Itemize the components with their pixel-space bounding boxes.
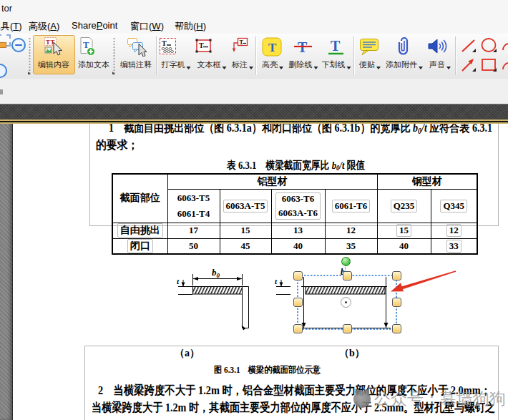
col-header: 6061-T6 [325, 189, 377, 223]
edit-content-label: 编辑内容 [38, 59, 69, 70]
highlight-icon: T [262, 37, 282, 57]
selection-handle-s[interactable] [343, 324, 352, 333]
table-group-steel: 钢型材 [377, 174, 477, 189]
selection-handle-se[interactable] [392, 324, 401, 333]
partial-circle-button[interactable] [0, 64, 7, 78]
table-cell: 35 [325, 238, 377, 254]
row-label: 闭口 [112, 238, 167, 254]
rotate-handle[interactable] [341, 257, 351, 266]
col-header: Q235 [377, 189, 431, 223]
svg-text:T: T [331, 38, 341, 54]
limits-table: 截面部位 铝型材 钢型材 6063-T56061-T4 6063A-T5 606… [112, 173, 478, 255]
table-title: 表 6.3.1 横梁截面宽厚比 b0/t 限值 [227, 159, 365, 172]
sound-label[interactable]: 声音 [429, 59, 451, 70]
underline-label[interactable]: 下划线 [322, 59, 351, 70]
table-cell: 50 [167, 238, 220, 254]
window-titlebar: tor [0, 0, 508, 16]
table-corner-cell: 截面部位 [112, 174, 167, 223]
sticky-note-label[interactable]: 便贴 [359, 59, 381, 70]
figure-label-a: （a） [175, 347, 200, 360]
table-cell: 40 [377, 238, 431, 254]
selection-handle-n[interactable] [343, 271, 352, 280]
figure-caption: 图 6.3.1 横梁的截面部位示意 [214, 364, 321, 376]
table-cell: 45 [220, 238, 271, 254]
row-label: 自由挑出 [112, 223, 167, 238]
selection-handle-e[interactable] [392, 298, 401, 307]
col-header: 6063A-T5 [220, 189, 271, 223]
figure-label-b: （b） [339, 347, 365, 360]
table-cell: 33 [431, 238, 477, 254]
table-cell: 15 [220, 223, 271, 238]
partial-tool-icons [502, 37, 508, 74]
attachment-icon [396, 36, 413, 57]
selection-handle-w[interactable] [293, 298, 303, 307]
edit-annotation-label: 编辑注释 [120, 59, 152, 70]
menu-sharepoint[interactable]: SharePoint [69, 19, 120, 32]
table-cell: 15 [377, 223, 431, 238]
ellipse-tool-icon[interactable] [480, 37, 499, 54]
add-text-label: 添加文本 [78, 59, 109, 70]
selection-handle-nw[interactable] [293, 271, 303, 280]
selection-center-marker [341, 297, 351, 308]
menu-window[interactable]: 窗口(W) [127, 19, 167, 34]
table-cell: 40 [271, 238, 325, 254]
highlight-label[interactable]: 高亮 [262, 59, 283, 70]
strikethrough-label[interactable]: 删除线 [289, 59, 318, 70]
edit-content-icon: T T [44, 36, 63, 57]
table-cell: 12 [431, 223, 477, 238]
svg-text:T: T [162, 39, 167, 47]
watermark: 公众号：幕墙狗狗 [353, 388, 506, 410]
gold-divider [0, 119, 508, 124]
strikethrough-icon: T [293, 37, 313, 57]
col-header: 6063-T66063A-T6 [271, 189, 325, 223]
menu-help[interactable]: 帮助(H) [172, 19, 209, 34]
partial-icon-2 [0, 42, 6, 48]
svg-text:T: T [46, 39, 50, 46]
toolbar-substrip [0, 79, 508, 104]
arrow-tool-icon[interactable] [459, 57, 478, 74]
svg-text:T: T [240, 39, 244, 46]
table-cell: 12 [325, 223, 377, 238]
edit-annotation-icon [127, 36, 147, 57]
window-title: tor [1, 3, 12, 14]
svg-text:T: T [268, 41, 277, 54]
table-group-aluminum: 铝型材 [167, 174, 377, 189]
svg-text:T: T [199, 41, 204, 49]
sticky-note-icon [359, 37, 379, 57]
textbox-icon: T [195, 37, 213, 55]
typewriter-label[interactable]: 打字机 [162, 59, 191, 70]
textbox-label[interactable]: 文本框 [197, 59, 227, 70]
pdf-editor-window: 1 截面自由挑出部位（图 6.3.1a）和闭口部位（图 6.3.1b）的宽厚比 … [0, 0, 508, 420]
watermark-logo-icon [353, 391, 371, 408]
svg-text:b0: b0 [212, 267, 220, 279]
document-pane-top-band [0, 104, 508, 121]
menubar: 工具(T) 高级(A) SharePoint 窗口(W) 帮助(H) [0, 16, 508, 34]
table-cell: 17 [167, 223, 220, 238]
para1-line2: 的要求； [96, 137, 138, 153]
table-cell: 13 [271, 223, 325, 238]
svg-text:t: t [275, 277, 278, 285]
underline-icon: T [326, 37, 346, 57]
col-header: 6063-T56061-T4 [167, 189, 220, 223]
typewriter-icon: T [159, 37, 177, 55]
attachment-label[interactable]: 添加附件 [386, 59, 423, 70]
add-text-icon: T [77, 36, 96, 57]
menu-tools[interactable]: 工具(T) [0, 19, 25, 34]
document-canvas-background [0, 104, 12, 420]
edge-fragment [0, 89, 3, 94]
menu-advanced[interactable]: 高级(A) [26, 19, 62, 34]
svg-text:t: t [177, 277, 180, 285]
callout-icon: T [230, 37, 248, 55]
selection-handle-sw[interactable] [293, 324, 303, 333]
line-tool-icon[interactable] [459, 37, 478, 54]
callout-label[interactable]: 标注 [232, 59, 253, 70]
red-arrow-annotation[interactable] [386, 265, 461, 297]
rectangle-tool-icon[interactable] [480, 57, 499, 74]
col-header: Q345 [431, 189, 477, 223]
zoom-out-button[interactable] [11, 38, 26, 52]
toolbar: T T 编辑内容 T 添加文本 编辑注释 T [0, 34, 508, 79]
sound-icon [427, 36, 450, 57]
